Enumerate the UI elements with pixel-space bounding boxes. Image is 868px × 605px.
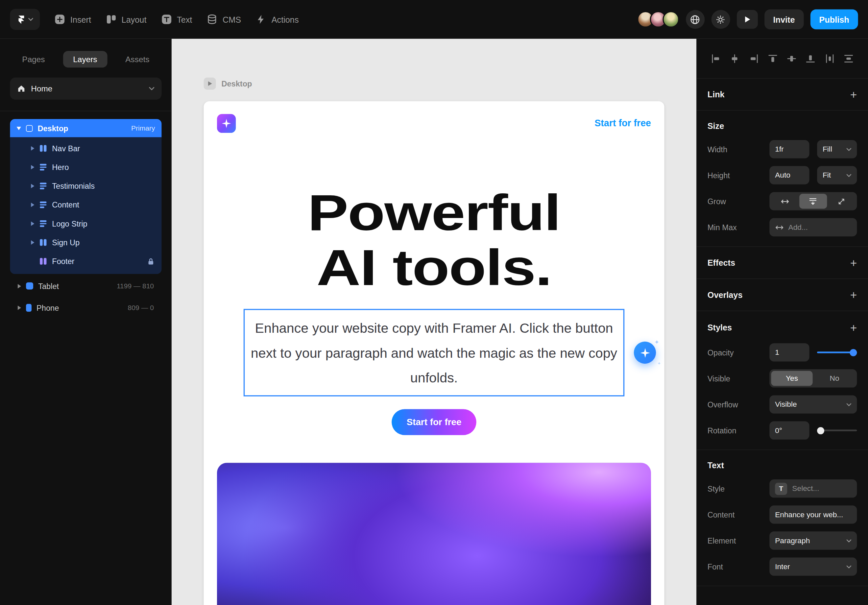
- heading-line-2: AI tools.: [172, 240, 696, 295]
- disclosure-closed-icon[interactable]: [31, 203, 34, 207]
- size-section: Size Width 1fr Fill Height Auto Fit: [696, 121, 868, 247]
- publish-button[interactable]: Publish: [811, 9, 858, 29]
- height-mode-value: Fit: [823, 171, 831, 179]
- chevron-down-icon: [846, 539, 851, 542]
- layer-row-tablet[interactable]: Tablet 1199 — 810: [10, 276, 161, 296]
- align-bottom-icon[interactable]: [806, 53, 815, 63]
- settings-button[interactable]: [711, 10, 730, 29]
- tab-assets[interactable]: Assets: [115, 51, 160, 68]
- insert-menu-button[interactable]: Insert: [54, 14, 91, 25]
- preview-button[interactable]: [736, 10, 758, 29]
- hero-image[interactable]: [217, 463, 651, 605]
- rotation-slider[interactable]: [817, 421, 857, 440]
- layer-row-logo-strip[interactable]: Logo Strip: [10, 214, 161, 233]
- site-cta-button[interactable]: Start for free: [392, 409, 476, 435]
- actions-menu-label: Actions: [271, 15, 299, 24]
- styles-section: Styles + Opacity 1 Visible Yes: [696, 311, 868, 450]
- section-title: Styles: [708, 323, 732, 332]
- align-right-icon[interactable]: [749, 53, 758, 63]
- layout-menu-button[interactable]: Layout: [105, 14, 147, 25]
- site-paragraph[interactable]: Enhance your website copy with Framer AI…: [248, 315, 620, 390]
- disclosure-closed-icon[interactable]: [31, 184, 34, 188]
- avatar[interactable]: [662, 11, 679, 28]
- site-navbar: Start for free: [217, 114, 651, 133]
- grow-label: Grow: [708, 197, 770, 206]
- layer-row-sign-up[interactable]: Sign Up: [10, 233, 161, 252]
- page-selector[interactable]: Home: [10, 78, 161, 99]
- add-link-button[interactable]: +: [850, 88, 857, 100]
- element-select[interactable]: Paragraph: [769, 531, 857, 550]
- tab-layers[interactable]: Layers: [63, 51, 107, 68]
- layer-row-footer[interactable]: Footer: [10, 252, 161, 271]
- design-canvas[interactable]: Desktop Breakpoint Start for free Powerf…: [172, 39, 696, 605]
- layer-label: Sign Up: [52, 238, 154, 247]
- add-style-button[interactable]: +: [850, 321, 857, 333]
- width-label: Width: [708, 145, 770, 154]
- layer-row-desktop[interactable]: Desktop Primary: [10, 119, 161, 137]
- content-input[interactable]: Enhance your web...: [769, 506, 857, 524]
- rotation-label: Rotation: [708, 426, 770, 435]
- slider-knob[interactable]: [849, 349, 857, 356]
- align-vertical-center-icon[interactable]: [787, 53, 797, 63]
- add-overlay-button[interactable]: +: [850, 289, 857, 301]
- stack-icon: [40, 202, 46, 208]
- layer-row-content[interactable]: Content: [10, 195, 161, 214]
- slider-knob[interactable]: [817, 427, 824, 434]
- height-input[interactable]: Auto: [769, 166, 809, 185]
- arrows-horizontal-icon: [780, 198, 789, 205]
- site-heading[interactable]: Powerful AI tools.: [172, 185, 696, 295]
- visible-yes-option[interactable]: Yes: [771, 371, 812, 386]
- visible-no-option[interactable]: No: [814, 371, 855, 386]
- actions-menu-button[interactable]: Actions: [256, 14, 299, 25]
- tab-pages[interactable]: Pages: [12, 51, 55, 68]
- layer-row-nav-bar[interactable]: Nav Bar: [10, 139, 161, 158]
- text-style-select[interactable]: T Select...: [769, 479, 857, 498]
- overflow-select[interactable]: Visible: [769, 395, 857, 414]
- height-mode-select[interactable]: Fit: [817, 166, 857, 185]
- site-logo[interactable]: [217, 114, 236, 133]
- align-left-icon[interactable]: [711, 53, 721, 63]
- width-mode-select[interactable]: Fill: [817, 140, 857, 158]
- opacity-slider[interactable]: [817, 343, 857, 362]
- grow-fit-text-option[interactable]: [800, 194, 827, 208]
- disclosure-closed-icon[interactable]: [18, 306, 21, 310]
- frame-title[interactable]: Desktop: [221, 79, 252, 88]
- disclosure-open-icon[interactable]: [17, 127, 21, 130]
- disclosure-closed-icon[interactable]: [31, 240, 34, 245]
- text-menu-button[interactable]: Text: [161, 14, 192, 25]
- ai-rewrite-button[interactable]: ✦ ✦: [634, 341, 656, 364]
- selected-text-block[interactable]: Enhance your website copy with Framer AI…: [243, 309, 625, 396]
- link-section-header: Link +: [696, 79, 868, 111]
- text-style-icon: T: [775, 482, 787, 495]
- disclosure-closed-icon[interactable]: [31, 146, 34, 150]
- layer-row-testimonials[interactable]: Testimonials: [10, 177, 161, 195]
- text-style-value: Select...: [792, 484, 819, 493]
- framer-logo-button[interactable]: [10, 9, 40, 30]
- grow-expand-option[interactable]: [828, 194, 855, 208]
- disclosure-closed-icon[interactable]: [31, 165, 34, 169]
- opacity-input[interactable]: 1: [769, 343, 809, 362]
- disclosure-closed-icon[interactable]: [31, 221, 34, 226]
- site-nav-cta-link[interactable]: Start for free: [594, 118, 651, 129]
- width-input[interactable]: 1fr: [769, 140, 809, 158]
- add-effect-button[interactable]: +: [850, 257, 857, 268]
- grow-horizontal-option[interactable]: [771, 194, 798, 208]
- desktop-frame[interactable]: Start for free Powerful AI tools. Enhanc…: [204, 101, 665, 605]
- layer-row-phone[interactable]: Phone 809 — 0: [10, 298, 161, 317]
- distribute-horizontal-icon[interactable]: [825, 53, 834, 63]
- font-select[interactable]: Inter: [769, 557, 857, 576]
- frame-play-chip[interactable]: [204, 78, 216, 90]
- align-top-icon[interactable]: [768, 53, 778, 63]
- content-value: Enhance your web...: [775, 510, 843, 518]
- minmax-input[interactable]: Add...: [769, 218, 857, 236]
- align-horizontal-center-icon[interactable]: [730, 53, 740, 63]
- text-grow-icon: [809, 197, 817, 205]
- cms-menu-button[interactable]: CMS: [206, 14, 241, 25]
- rotation-input[interactable]: 0°: [769, 421, 809, 440]
- globe-button[interactable]: [685, 10, 704, 29]
- disclosure-closed-icon[interactable]: [18, 284, 21, 288]
- invite-button[interactable]: Invite: [764, 9, 804, 29]
- distribute-vertical-icon[interactable]: [844, 53, 854, 63]
- overflow-value: Visible: [775, 400, 797, 408]
- layer-row-hero[interactable]: Hero: [10, 158, 161, 177]
